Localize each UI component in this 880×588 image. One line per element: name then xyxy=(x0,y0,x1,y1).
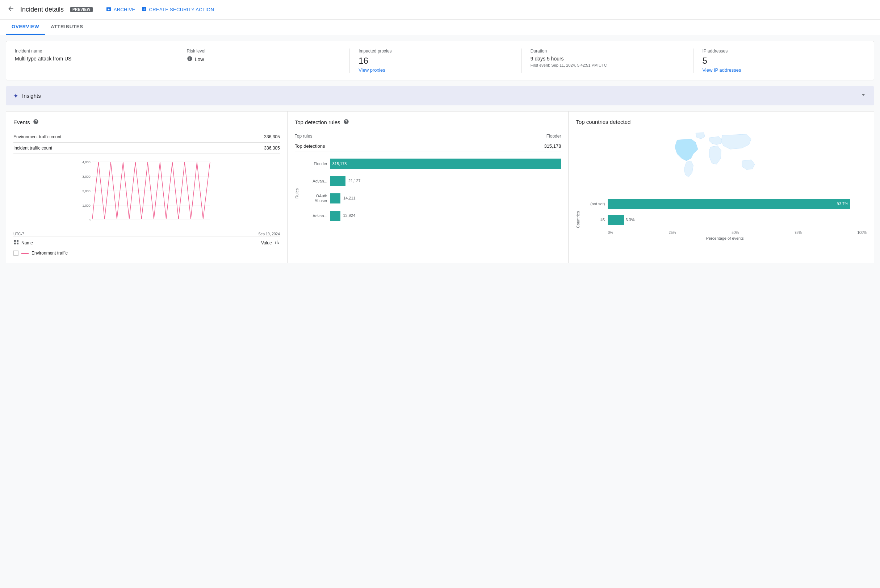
events-help-icon[interactable] xyxy=(33,119,39,126)
bar-label-notset: (not set) xyxy=(583,202,605,206)
legend-color-bar xyxy=(21,253,29,254)
countries-y-axis-label: Countries xyxy=(576,211,580,228)
chart-axis-labels: UTC-7 Sep 19, 2024 xyxy=(14,232,280,236)
legend-row: Environment traffic xyxy=(14,250,280,256)
x-axis-25: 25% xyxy=(668,231,676,235)
bar-value-advan2: 13,924 xyxy=(343,213,355,218)
env-traffic-label: Environment traffic count xyxy=(14,131,214,142)
line-chart-svg: 4,000 3,000 2,000 1,000 0 xyxy=(14,158,280,231)
back-button[interactable] xyxy=(6,4,16,16)
bar-track-notset: 93.7% xyxy=(608,199,866,209)
countries-x-label: Percentage of events xyxy=(583,236,866,240)
rules-summary-table: Top rules Flooder Top detections 315,178 xyxy=(295,131,561,152)
first-event-info: First event: Sep 11, 2024, 5:42:51 PM UT… xyxy=(530,63,685,68)
table-row: Top detections 315,178 xyxy=(295,141,561,152)
events-panel: Events Environment traffic count 336,305… xyxy=(6,111,287,263)
svg-text:4,000: 4,000 xyxy=(82,160,90,164)
bar-fill-advan1 xyxy=(330,176,346,186)
incident-name-value: Multi type attack from US xyxy=(15,56,169,62)
tab-attributes[interactable]: ATTRIBUTES xyxy=(45,20,89,35)
rules-y-axis-label: Rules xyxy=(295,188,299,198)
incident-name-section: Incident name Multi type attack from US xyxy=(15,48,178,73)
risk-level-label: Risk level xyxy=(187,48,341,54)
world-map xyxy=(576,131,866,196)
table-row: Environment traffic count 336,305 xyxy=(14,131,280,142)
risk-info-icon xyxy=(187,56,193,63)
x-axis-0: 0% xyxy=(608,231,613,235)
svg-text:1,000: 1,000 xyxy=(82,204,90,207)
grid-icon xyxy=(14,239,19,246)
view-proxies-link[interactable]: View proxies xyxy=(359,68,385,73)
duration-label: Duration xyxy=(530,48,685,54)
chevron-down-icon xyxy=(860,91,867,100)
svg-text:0: 0 xyxy=(89,218,90,222)
env-traffic-value: 336,305 xyxy=(214,131,279,142)
incident-traffic-label: Incident traffic count xyxy=(14,142,214,154)
insights-icon: ✦ xyxy=(13,92,18,100)
countries-bar-chart: Countries (not set) 93.7% US 6 xyxy=(576,199,866,240)
archive-icon xyxy=(106,6,111,14)
bar-row-us: US 6.3% xyxy=(583,215,866,225)
bar-track-advan1: 21,127 xyxy=(330,176,561,186)
risk-value: Low xyxy=(187,56,341,63)
bar-label-advan2: Advan... xyxy=(302,214,327,218)
view-ip-addresses-link[interactable]: View IP addresses xyxy=(702,68,741,73)
incident-name-label: Incident name xyxy=(15,48,169,54)
bar-track-us: 6.3% xyxy=(608,215,866,225)
first-event-label: First event: xyxy=(530,63,550,68)
tab-overview[interactable]: OVERVIEW xyxy=(6,20,45,35)
bar-track-advan2: 13,924 xyxy=(330,211,561,221)
insights-panel[interactable]: ✦ Insights xyxy=(6,86,874,105)
events-title: Events xyxy=(14,119,30,125)
archive-label: ARCHIVE xyxy=(114,7,135,12)
legend-checkbox[interactable] xyxy=(14,250,18,256)
countries-title: Top countries detected xyxy=(576,119,631,125)
countries-panel: Top countries detected xyxy=(568,111,874,263)
incident-info-card: Incident name Multi type attack from US … xyxy=(6,41,874,80)
bar-label-advan1: Advan... xyxy=(302,179,327,183)
incident-traffic-value: 336,305 xyxy=(214,142,279,154)
header-actions: ARCHIVE CREATE SECURITY ACTION xyxy=(106,6,214,14)
bar-label-flooder: Flooder xyxy=(302,162,327,166)
preview-badge: PREVIEW xyxy=(70,7,93,12)
bar-value-notset: 93.7% xyxy=(835,202,850,206)
bar-track-flooder: 315,178 xyxy=(330,159,561,169)
x-axis-75: 75% xyxy=(794,231,802,235)
bar-track-oauth: 14,211 xyxy=(330,194,561,204)
archive-button[interactable]: ARCHIVE xyxy=(106,6,135,14)
risk-level-section: Risk level Low xyxy=(178,48,350,73)
bar-value-us: 6.3% xyxy=(625,218,634,222)
bar-fill-notset: 93.7% xyxy=(608,199,850,209)
bar-value-advan1: 21,127 xyxy=(348,178,361,183)
insights-label: Insights xyxy=(22,93,41,99)
countries-axis-labels: 0% 25% 50% 75% 100% xyxy=(583,231,866,235)
rules-col1-header: Top rules xyxy=(295,131,466,141)
bar-value-flooder: 315,178 xyxy=(330,162,349,166)
events-line-chart: 4,000 3,000 2,000 1,000 0 xyxy=(14,158,280,231)
duration-value: 9 days 5 hours xyxy=(530,56,685,62)
detection-rules-help-icon[interactable] xyxy=(343,119,349,126)
ip-label: IP addresses xyxy=(702,48,856,54)
detection-rules-panel: Top detection rules Top rules Flooder To… xyxy=(287,111,569,263)
svg-text:2,000: 2,000 xyxy=(82,189,90,193)
x-axis-50: 50% xyxy=(731,231,739,235)
bar-label-oauth: OAuthAbuser xyxy=(302,194,327,203)
table-row: Incident traffic count 336,305 xyxy=(14,142,280,154)
proxies-section: Impacted proxies 16 View proxies xyxy=(350,48,521,73)
bar-row-oauth: OAuthAbuser 14,211 xyxy=(302,194,561,204)
charts-row: Events Environment traffic count 336,305… xyxy=(6,111,874,263)
rules-hbar-chart: Rules Flooder 315,178 xyxy=(295,159,561,228)
header: Incident details PREVIEW ARCHIVE CREATE … xyxy=(0,0,880,20)
detection-rules-title: Top detection rules xyxy=(295,119,341,125)
first-event-value: Sep 11, 2024, 5:42:51 PM UTC xyxy=(551,63,607,68)
create-security-action-button[interactable]: CREATE SECURITY ACTION xyxy=(141,6,214,14)
bar-row-advan1: Advan... 21,127 xyxy=(302,176,561,186)
bar-chart-icon[interactable] xyxy=(274,239,280,246)
proxies-label: Impacted proxies xyxy=(359,48,513,54)
events-stats-table: Environment traffic count 336,305 Incide… xyxy=(14,131,280,154)
x-axis-100: 100% xyxy=(857,231,866,235)
add-icon xyxy=(141,6,147,14)
top-detections-value: 315,178 xyxy=(466,141,561,152)
page-title: Incident details xyxy=(20,6,64,14)
bar-value-oauth: 14,211 xyxy=(343,196,356,200)
